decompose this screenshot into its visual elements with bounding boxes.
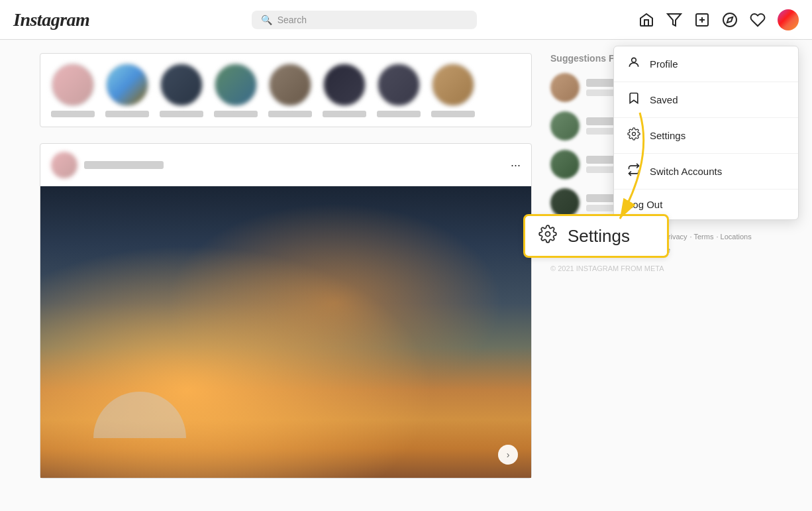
post-user [51, 152, 164, 178]
footer-copyright: © 2021 INSTAGRAM FROM META [550, 262, 772, 276]
story-avatar [268, 63, 312, 107]
story-name [268, 111, 312, 117]
next-slide-button[interactable]: › [498, 445, 518, 465]
post-avatar[interactable] [51, 152, 77, 178]
story-avatar [160, 63, 203, 107]
dropdown-logout-label: Log Out [627, 199, 662, 210]
suggestion-avatar[interactable] [550, 73, 580, 102]
dropdown-profile-label: Profile [650, 58, 678, 70]
dropdown-menu: Profile Saved Settings [613, 46, 799, 220]
story-name [160, 111, 203, 117]
story-name [323, 111, 366, 117]
story-avatar [377, 63, 421, 107]
story-avatar [214, 63, 258, 107]
svg-point-4 [723, 13, 736, 27]
post-card: ··· › [40, 143, 532, 479]
profile-avatar[interactable] [778, 9, 799, 30]
search-bar[interactable]: 🔍 [252, 11, 477, 29]
header-right: Profile Saved Settings [778, 9, 799, 30]
dropdown-settings-label: Settings [650, 130, 685, 141]
dropdown-settings[interactable]: Settings [614, 118, 798, 154]
dropdown-switch[interactable]: Switch Accounts [614, 154, 798, 190]
svg-marker-5 [727, 17, 733, 22]
story-avatar [51, 63, 95, 107]
likes-icon[interactable] [750, 12, 766, 28]
post-options-button[interactable]: ··· [511, 158, 521, 172]
settings-highlight-box: Settings [523, 214, 669, 258]
search-icon: 🔍 [261, 15, 272, 25]
dropdown-saved[interactable]: Saved [614, 82, 798, 118]
profile-icon [627, 56, 640, 72]
post-header: ··· [40, 144, 531, 186]
search-input[interactable] [278, 15, 468, 25]
suggestion-avatar[interactable] [550, 150, 580, 179]
svg-point-8 [546, 231, 550, 236]
story-name [51, 111, 95, 117]
story-item[interactable] [160, 63, 203, 117]
story-name [431, 111, 475, 117]
story-item[interactable] [105, 63, 149, 117]
footer-link-terms[interactable]: Terms [693, 233, 713, 241]
logo: Instagram [13, 9, 89, 30]
story-item[interactable] [377, 63, 421, 117]
story-avatar [323, 63, 366, 107]
home-icon[interactable] [638, 12, 654, 28]
story-name [214, 111, 258, 117]
svg-point-6 [632, 58, 636, 62]
nav-icons: Profile Saved Settings [638, 9, 799, 30]
dropdown-profile[interactable]: Profile [614, 46, 798, 82]
story-item[interactable] [323, 63, 366, 117]
story-item[interactable] [214, 63, 258, 117]
story-avatar [105, 63, 149, 107]
svg-marker-0 [668, 14, 681, 26]
feed: ··· › [40, 53, 532, 479]
messages-icon[interactable] [666, 12, 682, 28]
explore-icon[interactable] [722, 12, 738, 28]
story-name [377, 111, 421, 117]
footer-link-locations[interactable]: Locations [721, 233, 752, 241]
settings-highlight-icon [538, 225, 557, 248]
suggestion-avatar[interactable] [550, 188, 580, 217]
story-item[interactable] [431, 63, 475, 117]
header: Instagram 🔍 P [0, 0, 812, 40]
settings-highlight-text: Settings [568, 226, 630, 247]
stories-section [40, 53, 532, 127]
saved-icon [627, 91, 640, 108]
story-avatar [431, 63, 475, 107]
dropdown-saved-label: Saved [650, 94, 678, 105]
suggestion-avatar[interactable] [550, 111, 580, 141]
dropdown-switch-label: Switch Accounts [650, 166, 722, 177]
story-name [105, 111, 149, 117]
settings-icon [627, 127, 640, 144]
story-item[interactable] [51, 63, 95, 117]
switch-icon [627, 163, 640, 180]
new-post-icon[interactable] [694, 12, 710, 28]
post-username [84, 161, 164, 169]
post-image: › [40, 186, 531, 478]
story-item[interactable] [268, 63, 312, 117]
